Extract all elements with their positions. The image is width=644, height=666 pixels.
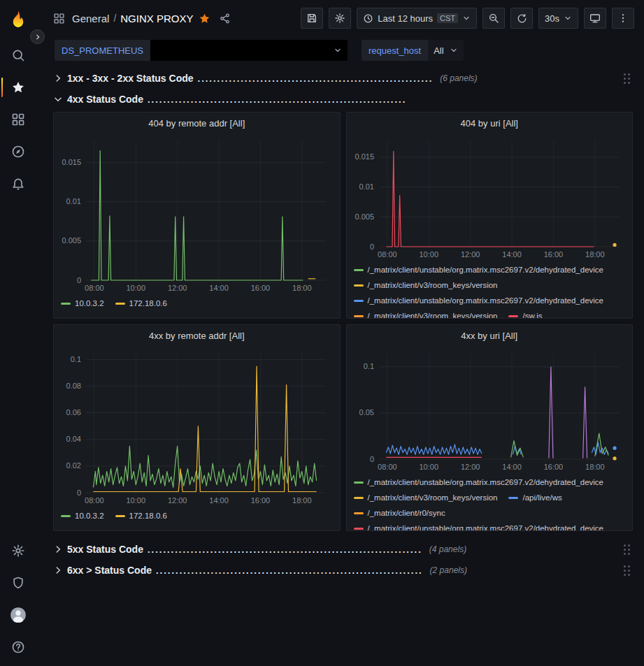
panel-title[interactable]: 4xx by uri [All] — [347, 325, 633, 346]
svg-text:14:00: 14:00 — [209, 284, 229, 292]
svg-text:0: 0 — [77, 488, 81, 497]
chevron-down-icon — [334, 46, 342, 55]
sidebar-item-search[interactable] — [0, 39, 36, 71]
svg-text:0.01: 0.01 — [359, 182, 373, 191]
sidebar-expand-button[interactable] — [30, 29, 45, 44]
sidebar-item-explore[interactable] — [0, 136, 36, 168]
variable-label-request-host: request_host — [362, 40, 428, 61]
zoom-out-icon — [488, 13, 499, 24]
legend-item[interactable]: 172.18.0.6 — [115, 296, 167, 311]
series-color-marker — [354, 315, 364, 317]
breadcrumb-folder[interactable]: General — [72, 13, 109, 24]
time-range-picker[interactable]: Last 12 hours CST — [357, 8, 477, 29]
row-4xx-status-code[interactable]: 4xx Status Code ........................… — [53, 89, 633, 109]
time-series-chart[interactable]: 00.050.108:0010:0012:0014:0016:0018:00 — [351, 347, 629, 473]
tv-mode-button[interactable] — [584, 8, 606, 29]
panel-title[interactable]: 404 by uri [All] — [347, 113, 633, 133]
request-host-value: All — [434, 45, 443, 56]
datasource-select[interactable] — [150, 40, 348, 61]
shield-icon — [11, 576, 25, 590]
svg-text:08:00: 08:00 — [378, 463, 397, 471]
svg-text:10:00: 10:00 — [127, 284, 146, 292]
svg-text:18:00: 18:00 — [292, 496, 312, 505]
time-series-chart[interactable]: 00.0050.010.01508:0010:0012:0014:0016:00… — [58, 135, 336, 294]
legend-item[interactable]: 172.18.0.6 — [115, 508, 167, 523]
panel-404-by-remote-addr: 404 by remote addr [All] 00.0050.010.015… — [53, 112, 341, 319]
share-icon[interactable] — [219, 13, 231, 24]
legend-item[interactable]: /_matrix/client/r0/sync — [354, 505, 445, 521]
legend-item[interactable]: /_matrix/client/v3/room_keys/version — [354, 490, 498, 505]
row-drag-handle[interactable] — [624, 565, 630, 576]
legend-item[interactable]: /_matrix/client/v3/room_keys/version — [354, 308, 498, 318]
sidebar-item-server-admin[interactable] — [0, 567, 36, 599]
sidebar-item-alerting[interactable] — [0, 168, 36, 200]
legend-item[interactable]: /_matrix/client/v3/room_keys/version — [354, 277, 498, 293]
chevron-right-icon — [34, 34, 41, 41]
legend-item[interactable]: /api/live/ws — [508, 490, 561, 505]
refresh-button[interactable] — [510, 8, 533, 29]
sidebar-item-dashboards[interactable] — [0, 103, 36, 136]
row-1xx-3xx-2xx-status-code[interactable]: 1xx - 3xx - 2xx Status Code ............… — [53, 68, 633, 88]
row-drag-handle[interactable] — [624, 544, 630, 555]
question-circle-icon — [11, 640, 25, 654]
row-title: 1xx - 3xx - 2xx Status Code — [67, 73, 194, 84]
legend-item[interactable]: /sw.js — [508, 308, 542, 318]
row-5xx-status-code[interactable]: 5xx Status Code ........................… — [53, 540, 633, 559]
sidebar-item-help[interactable] — [0, 631, 36, 663]
panel-4xx-by-remote-addr: 4xx by remote addr [All] 00.020.040.060.… — [53, 324, 341, 531]
series-color-marker — [354, 528, 364, 530]
series-color-marker — [508, 497, 518, 499]
panel-title[interactable]: 4xx by remote addr [All] — [54, 325, 340, 346]
svg-text:08:00: 08:00 — [85, 496, 104, 505]
zoom-out-button[interactable] — [482, 8, 505, 29]
series-color-marker — [354, 512, 364, 514]
svg-text:16:00: 16:00 — [543, 463, 563, 471]
legend-label: /_matrix/client/v3/room_keys/version — [368, 490, 498, 505]
legend-item[interactable]: 10.0.3.2 — [61, 296, 104, 311]
legend-label: /sw.js — [522, 308, 542, 318]
svg-text:16:00: 16:00 — [251, 284, 271, 292]
dashboard-settings-button[interactable] — [329, 8, 351, 29]
grafana-logo[interactable] — [3, 4, 34, 34]
chevron-right-icon — [53, 73, 67, 83]
refresh-interval-picker[interactable]: 30s — [538, 8, 578, 29]
chevron-right-icon — [53, 565, 67, 575]
legend-item[interactable]: /_matrix/client/unstable/org.matrix.msc2… — [354, 262, 604, 277]
row-title: 6xx > Status Code — [67, 565, 152, 576]
row-drag-handle[interactable] — [624, 73, 630, 84]
svg-text:18:00: 18:00 — [292, 284, 312, 292]
row-6xx-status-code[interactable]: 6xx > Status Code ......................… — [53, 560, 633, 580]
svg-text:14:00: 14:00 — [502, 250, 522, 259]
series-color-marker — [61, 303, 71, 305]
star-icon — [11, 80, 25, 94]
legend-item[interactable]: /_matrix/client/unstable/org.matrix.msc2… — [354, 293, 604, 308]
compass-icon — [11, 145, 25, 159]
time-series-chart[interactable]: 00.0050.010.01508:0010:0012:0014:0016:00… — [351, 135, 629, 261]
legend-item[interactable]: /_matrix/client/unstable/org.matrix.msc2… — [354, 521, 604, 530]
time-range-label: Last 12 hours — [378, 13, 433, 24]
breadcrumb-dashboard-title[interactable]: NGINX PROXY — [120, 13, 193, 24]
series-color-marker — [61, 515, 71, 517]
svg-text:0.005: 0.005 — [62, 236, 81, 245]
legend-item[interactable]: 10.0.3.2 — [61, 508, 104, 523]
favorite-star-icon[interactable] — [199, 13, 210, 24]
save-dashboard-button[interactable] — [301, 8, 323, 29]
sidebar-item-profile[interactable] — [0, 599, 36, 631]
avatar — [9, 606, 27, 624]
request-host-select[interactable]: All — [428, 40, 463, 61]
series-color-marker — [354, 497, 364, 499]
panel-title[interactable]: 404 by remote addr [All] — [54, 113, 340, 133]
legend-item[interactable]: /_matrix/client/unstable/org.matrix.msc2… — [354, 475, 604, 490]
legend-label: /_matrix/client/unstable/org.matrix.msc2… — [368, 262, 604, 277]
svg-text:10:00: 10:00 — [419, 250, 438, 259]
variable-label-datasource: DS_PROMETHEUS — [55, 40, 150, 61]
chart-legend: /_matrix/client/unstable/org.matrix.msc2… — [347, 261, 633, 318]
time-series-chart[interactable]: 00.020.040.060.080.108:0010:0012:0014:00… — [58, 347, 336, 507]
sidebar-item-starred[interactable] — [0, 71, 36, 103]
grafana-flame-icon — [8, 9, 28, 29]
more-options-button[interactable] — [612, 8, 634, 29]
legend-label: /_matrix/client/unstable/org.matrix.msc2… — [368, 521, 604, 530]
svg-text:0.02: 0.02 — [66, 461, 81, 470]
row-panel-count: (4 panels) — [429, 544, 466, 554]
sidebar-item-configuration[interactable] — [0, 535, 36, 567]
